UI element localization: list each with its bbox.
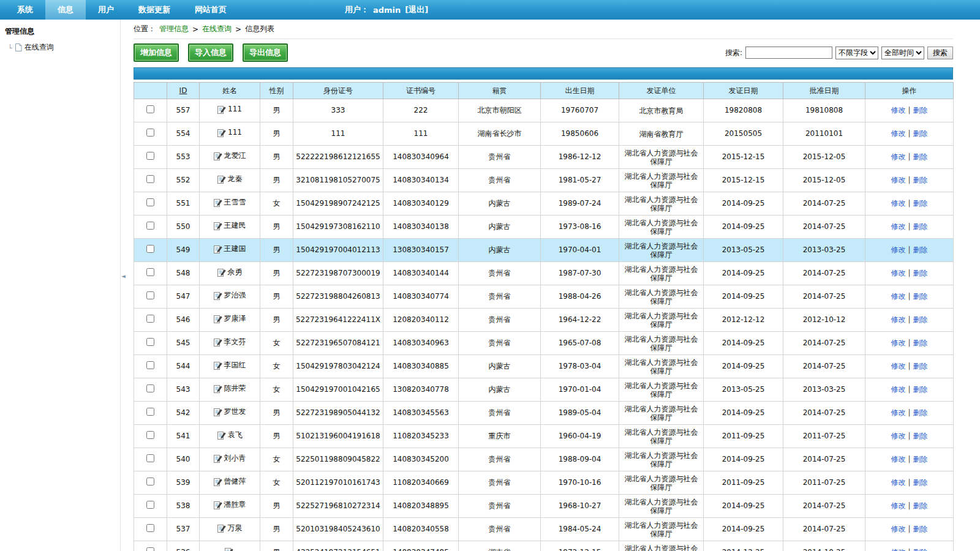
delete-link[interactable]: 删除 [913, 385, 928, 394]
logout-link[interactable]: [退出] [405, 4, 428, 15]
edit-link[interactable]: 修改 [891, 548, 905, 551]
row-checkbox[interactable] [146, 315, 154, 323]
row-checkbox[interactable] [146, 384, 154, 392]
delete-link[interactable]: 删除 [913, 106, 928, 114]
edit-link[interactable]: 修改 [891, 129, 905, 138]
delete-link[interactable]: 删除 [913, 176, 928, 184]
edit-link[interactable]: 修改 [891, 501, 905, 510]
row-checkbox[interactable] [146, 245, 154, 253]
checkbox-cell [134, 239, 167, 262]
breadcrumb-link-management-info[interactable]: 管理信息 [159, 24, 189, 34]
add-info-button[interactable]: 增加信息 [134, 43, 179, 62]
row-checkbox[interactable] [146, 152, 154, 160]
edit-link[interactable]: 修改 [891, 176, 905, 184]
column-header-id[interactable]: ID [167, 83, 200, 99]
operations-cell: 修改|删除 [865, 495, 954, 518]
edit-link[interactable]: 修改 [891, 408, 905, 417]
edit-link[interactable]: 修改 [891, 455, 905, 463]
id-cell: 550 [167, 216, 200, 239]
nav-tab-site-home[interactable]: 网站首页 [183, 0, 239, 20]
op-separator: | [908, 525, 910, 533]
row-checkbox[interactable] [146, 524, 154, 532]
gender-cell: 男 [260, 541, 293, 551]
gender-cell: 女 [260, 448, 293, 471]
row-checkbox[interactable] [146, 501, 154, 509]
op-separator: | [908, 176, 910, 184]
row-checkbox[interactable] [146, 431, 154, 439]
user-label: 用户： [345, 4, 369, 15]
id-number-cell: 522723198707300019 [293, 262, 383, 285]
import-info-button[interactable]: 导入信息 [188, 43, 233, 62]
delete-link[interactable]: 删除 [913, 548, 928, 551]
edit-link[interactable]: 修改 [891, 478, 905, 487]
row-checkbox[interactable] [146, 408, 154, 416]
time-filter-select[interactable]: 全部时间 [881, 47, 924, 59]
checkbox-cell [134, 355, 167, 378]
delete-link[interactable]: 删除 [913, 292, 928, 301]
issue-date-cell: 2014-09-25 [704, 518, 783, 541]
cert-number-cell: 140830340134 [383, 169, 459, 192]
row-checkbox[interactable] [146, 175, 154, 183]
edit-link[interactable]: 修改 [891, 362, 905, 370]
delete-link[interactable]: 删除 [913, 129, 928, 138]
nav-tab-data-update[interactable]: 数据更新 [126, 0, 183, 20]
row-checkbox[interactable] [146, 129, 154, 137]
delete-link[interactable]: 删除 [913, 525, 928, 533]
export-info-button[interactable]: 导出信息 [243, 43, 288, 62]
delete-link[interactable]: 删除 [913, 362, 928, 370]
op-separator: | [908, 292, 910, 301]
edit-link[interactable]: 修改 [891, 269, 905, 277]
row-checkbox[interactable] [146, 291, 154, 299]
delete-link[interactable]: 删除 [913, 408, 928, 417]
row-checkbox[interactable] [146, 454, 154, 462]
row-checkbox[interactable] [146, 547, 154, 551]
delete-link[interactable]: 删除 [913, 339, 928, 347]
op-separator: | [908, 152, 910, 161]
nav-tab-users[interactable]: 用户 [86, 0, 126, 20]
field-filter-select[interactable]: 不限字段 [835, 47, 878, 59]
edit-link[interactable]: 修改 [891, 525, 905, 533]
row-checkbox[interactable] [146, 105, 154, 113]
delete-link[interactable]: 删除 [913, 269, 928, 277]
search-button[interactable]: 搜索 [927, 47, 953, 59]
cert-number-cell: 222 [383, 99, 459, 122]
row-checkbox[interactable] [146, 198, 154, 206]
sidebar-item-online-query[interactable]: 在线查询 [5, 42, 115, 53]
edit-link[interactable]: 修改 [891, 199, 905, 208]
gender-cell: 男 [260, 146, 293, 169]
origin-cell: 北京市朝阳区 [459, 99, 541, 122]
delete-link[interactable]: 删除 [913, 432, 928, 440]
row-checkbox[interactable] [146, 268, 154, 276]
edit-link[interactable]: 修改 [891, 292, 905, 301]
delete-link[interactable]: 删除 [913, 501, 928, 510]
collapse-arrow-icon[interactable]: ◄ [121, 273, 126, 279]
edit-link[interactable]: 修改 [891, 106, 905, 114]
row-checkbox[interactable] [146, 222, 154, 230]
edit-link[interactable]: 修改 [891, 432, 905, 440]
edit-link[interactable]: 修改 [891, 222, 905, 231]
delete-link[interactable]: 删除 [913, 152, 928, 161]
nav-tab-system[interactable]: 系统 [5, 0, 45, 20]
sidebar-splitter[interactable]: ◄ [120, 20, 127, 551]
name-text: 龙爱江 [224, 151, 246, 160]
delete-link[interactable]: 删除 [913, 199, 928, 208]
nav-tab-info[interactable]: 信息 [45, 0, 86, 20]
table-title-bar [134, 67, 953, 80]
name-cell: 罗世发 [200, 402, 260, 425]
delete-link[interactable]: 删除 [913, 455, 928, 463]
delete-link[interactable]: 删除 [913, 246, 928, 254]
edit-link[interactable]: 修改 [891, 385, 905, 394]
id-number-cell: 432524197212154651 [293, 541, 383, 551]
edit-link[interactable]: 修改 [891, 339, 905, 347]
row-checkbox[interactable] [146, 338, 154, 346]
edit-link[interactable]: 修改 [891, 152, 905, 161]
delete-link[interactable]: 删除 [913, 222, 928, 231]
breadcrumb-link-online-query[interactable]: 在线查询 [202, 24, 232, 34]
edit-link[interactable]: 修改 [891, 315, 905, 324]
search-input[interactable] [745, 47, 832, 59]
delete-link[interactable]: 删除 [913, 315, 928, 324]
row-checkbox[interactable] [146, 478, 154, 485]
row-checkbox[interactable] [146, 361, 154, 369]
edit-link[interactable]: 修改 [891, 246, 905, 254]
delete-link[interactable]: 删除 [913, 478, 928, 487]
